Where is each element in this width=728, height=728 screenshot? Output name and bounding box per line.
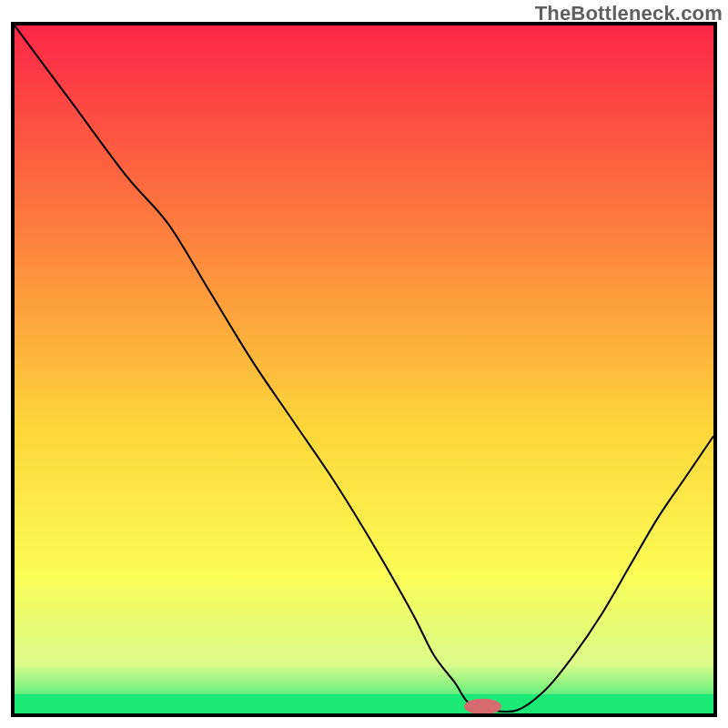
- watermark-text: TheBottleneck.com: [535, 2, 723, 25]
- gradient-background: [15, 25, 713, 713]
- plot-area: [11, 22, 717, 717]
- chart-svg: [15, 25, 713, 713]
- optimal-marker: [465, 700, 500, 713]
- green-baseline-band: [15, 694, 713, 713]
- chart-container: TheBottleneck.com: [0, 0, 728, 728]
